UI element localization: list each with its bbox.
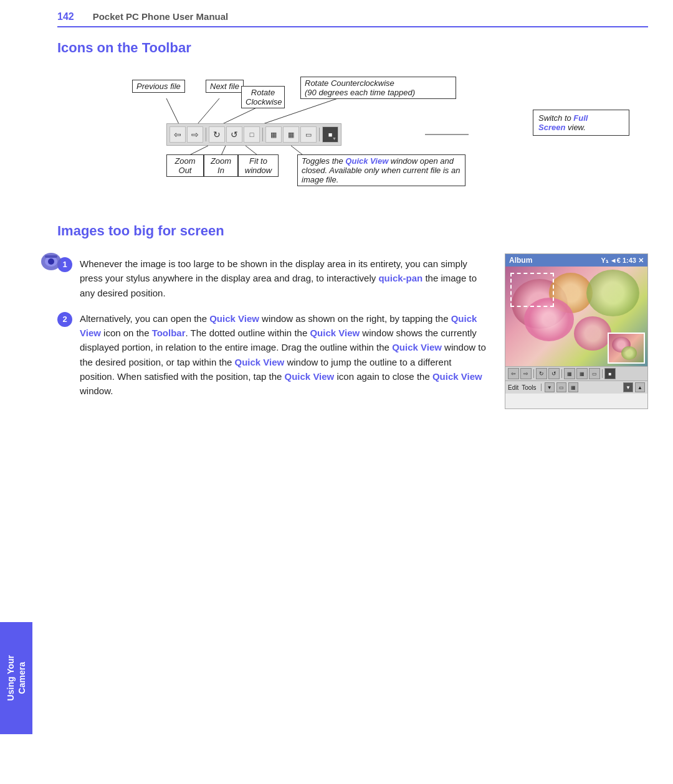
side-tab-text: Using Your Camera [5,655,27,701]
toolbar-previous-icon[interactable]: ⇦ [169,126,186,143]
annotation-full-screen: Switch to FullScreen view. [533,110,629,136]
toolbar-next-icon[interactable]: ⇨ [187,126,203,143]
camera-icon [39,248,64,275]
phone-tool-rotate2[interactable]: ↺ [548,368,560,379]
phone-screenshot: Album Y₁ ◄€ 1:43 ✕ [505,253,648,409]
phone-album-title: Album [509,256,532,265]
step-2: 2 Alternatively, you can open the Quick … [57,311,486,399]
section-images-too-big: Images too big for screen 1 Whenever the… [57,223,648,409]
phone-header: Album Y₁ ◄€ 1:43 ✕ [505,254,647,267]
toolbar-rotate-ccw-icon[interactable]: ↺ [226,126,242,143]
thumbnail-inset [608,333,645,364]
svg-line-0 [166,98,179,124]
phone-tool-sep2 [561,369,562,378]
annotation-next-file: Next file [206,80,244,93]
svg-point-12 [48,258,54,265]
toolbar-fit-icon[interactable]: □ [244,126,260,143]
toolbar-bar: ⇦ ⇨ ↻ ↺ □ ▦ ▦ ▭ ■ ▼ [166,123,341,146]
phone-tool-next[interactable]: ⇨ [520,368,532,379]
numbered-steps: 1 Whenever the image is too large to be … [57,257,486,398]
phone-tool-grid2[interactable]: ▦ [576,368,588,379]
toolbar-fullscreen-icon[interactable]: ■ ▼ [322,126,338,143]
toolbar-sep3 [319,128,320,141]
images-text-content: 1 Whenever the image is too large to be … [57,250,486,409]
page-header: 142 Pocket PC Phone User Manual [57,0,648,27]
phone-tools-label[interactable]: Tools [522,384,536,391]
phone-edit-label[interactable]: Edit [508,384,518,391]
annotation-fit-to-window: Fit towindow [238,154,279,177]
section-icons-toolbar: Icons on the Toolbar [57,40,648,204]
phone-tool-win[interactable]: ▭ [589,368,600,379]
section2-heading: Images too big for screen [57,223,648,239]
phone-tool-fullscreen[interactable]: ■ [604,368,616,379]
phone-tool-rotate1[interactable]: ↻ [536,368,547,379]
qv-link-2: Quick View [80,313,477,338]
annotation-zoom-in: ZoomIn [204,154,238,177]
phone-image-area [505,267,647,366]
page-number: 142 [57,11,74,22]
step-2-badge: 2 [57,312,72,327]
toolbar-window-icon[interactable]: ▭ [300,126,317,143]
phone-tool-grid1[interactable]: ▦ [564,368,575,379]
step-1-text: Whenever the image is too large to be sh… [80,257,486,300]
phone-tool-prev[interactable]: ⇦ [508,368,519,379]
toolbar-link: Toolbar [152,328,186,338]
qv-link-5: Quick View [234,357,284,367]
step-2-text: Alternatively, you can open the Quick Vi… [80,311,486,399]
qv-link-6: Quick View [285,371,335,382]
phone-toolbar-row: ⇦ ⇨ ↻ ↺ ▦ ▦ ▭ ■ [505,366,647,380]
rose-shape-4 [586,270,639,316]
phone-bottom-sep [541,384,542,391]
annotation-rotate-ccw: Rotate Counterclockwise(90 degrees each … [300,77,456,99]
svg-line-1 [198,98,219,124]
qv-link-3: Quick View [310,328,360,338]
main-content: 142 Pocket PC Phone User Manual Icons on… [32,0,673,409]
qv-link-4: Quick View [392,342,442,352]
svg-rect-11 [45,255,57,258]
phone-bottom-icon3[interactable]: ▦ [568,382,578,392]
phone-status-icons: Y₁ ◄€ 1:43 ✕ [601,257,644,265]
toolbar-rotate-cw-icon[interactable]: ↻ [209,126,225,143]
qv-link-7: Quick View [432,371,482,382]
toolbar-grid2-icon[interactable]: ▦ [283,126,299,143]
rose-shape-5 [574,316,611,351]
images-section-layout: 1 Whenever the image is too large to be … [57,250,648,409]
toolbar-grid1-icon[interactable]: ▦ [265,126,282,143]
toolbar-diagram: Previous file Next file RotateClockwise … [70,67,648,204]
phone-tool-sep3 [602,369,603,378]
bottom-annotations: ZoomOut ZoomIn Fit towindow [166,154,279,177]
toolbar-sep1 [206,128,206,141]
page-title: Pocket PC Phone User Manual [93,11,229,22]
annotation-quick-view-toggle: Toggles the Quick View window open and c… [297,154,465,186]
phone-tool-sep1 [533,369,534,378]
phone-bottom-icon5[interactable]: ▲ [635,382,645,392]
phone-bottom-row: Edit Tools ▼ ▭ ▦ ▼ ▲ [505,380,647,394]
qv-link-1: Quick View [209,313,259,324]
phone-bottom-icon1[interactable]: ▼ [545,382,555,392]
side-tab: Using Your Camera [0,622,32,734]
dotted-selection-outline [510,273,554,307]
step-1: 1 Whenever the image is too large to be … [57,257,486,300]
phone-bottom-icon2[interactable]: ▭ [556,382,566,392]
annotation-previous-file: Previous file [132,80,185,93]
section1-heading: Icons on the Toolbar [57,40,648,56]
phone-bottom-icon4[interactable]: ▼ [623,382,633,392]
toolbar-sep2 [262,128,263,141]
annotation-zoom-out: ZoomOut [166,154,204,177]
annotation-rotate-cw: RotateClockwise [241,86,285,108]
quick-pan-link: quick-pan [378,273,422,283]
